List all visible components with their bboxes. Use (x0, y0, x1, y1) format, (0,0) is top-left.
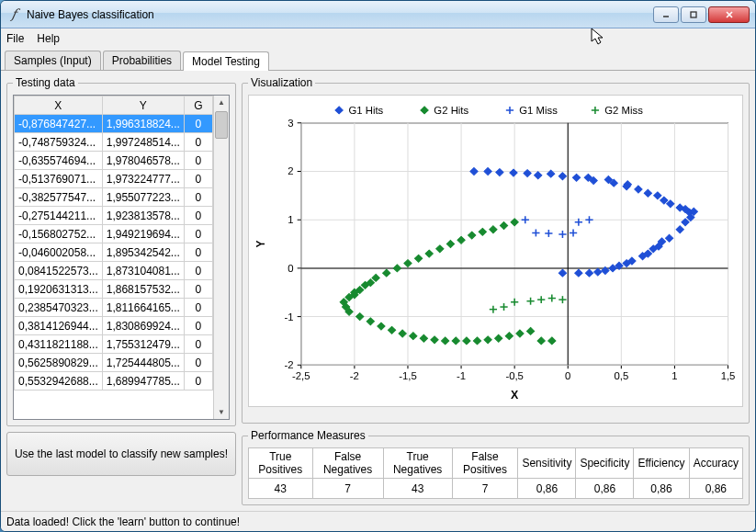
cell-g: 0 (184, 280, 212, 299)
cell-y: 1,978046578... (102, 152, 184, 170)
cell-x: 0,1920631313... (15, 280, 103, 299)
tab-probabilities[interactable]: Probabilities (103, 51, 181, 70)
svg-text:-2: -2 (350, 370, 359, 381)
table-row[interactable]: 0,5532942688...1,689947785...0 (15, 372, 213, 391)
titlebar[interactable]: 𝑓 Naive Bayes classification (1, 1, 755, 28)
svg-rect-1 (691, 12, 696, 17)
cell-g: 0 (184, 170, 212, 188)
cell-g: 0 (184, 225, 212, 243)
cell-g: 0 (184, 335, 212, 354)
perf-header-eff: Efficiency (634, 448, 689, 479)
cell-x: -0,275144211... (15, 207, 103, 225)
visualization-group: Visualization -2,5-2-1,5-1-0,500,511,5-2… (242, 76, 750, 424)
testing-data-legend: Testing data (13, 76, 78, 89)
maximize-button[interactable] (681, 6, 706, 23)
testing-data-table[interactable]: X Y G -0,876847427...1,996318824...0-0,7… (13, 95, 230, 420)
table-row[interactable]: -0,748759324...1,997248514...0 (15, 133, 213, 152)
cell-g: 0 (184, 188, 212, 207)
app-icon: 𝑓 (6, 7, 21, 22)
perf-value-fn: 7 (312, 479, 383, 499)
table-row[interactable]: 0,1920631313...1,868157532...0 (15, 280, 213, 299)
cell-g: 0 (184, 372, 212, 391)
cell-x: 0,5625890829... (15, 354, 103, 372)
perf-header-fn: False Negatives (312, 448, 383, 479)
table-scrollbar[interactable]: ▲ ▼ (213, 96, 229, 419)
col-header-g[interactable]: G (184, 96, 212, 115)
svg-text:0,5: 0,5 (614, 370, 628, 381)
cell-y: 1,755312479... (102, 335, 184, 354)
cell-g: 0 (184, 152, 212, 170)
cell-y: 1,811664165... (102, 299, 184, 317)
table-row[interactable]: -0,382577547...1,955077223...0 (15, 188, 213, 207)
perf-value-acc: 0,86 (689, 479, 742, 499)
svg-text:-2,5: -2,5 (292, 370, 310, 381)
menu-file[interactable]: File (6, 32, 24, 45)
perf-value-spec: 0,86 (576, 479, 634, 499)
tab-model-testing[interactable]: Model Testing (183, 51, 269, 71)
table-row[interactable]: -0,156802752...1,949219694...0 (15, 225, 213, 243)
status-text: Data loaded! Click the 'learn' button to… (6, 515, 240, 528)
cell-y: 1,949219694... (102, 225, 184, 243)
cell-y: 1,996318824... (102, 115, 184, 133)
perf-value-tn: 43 (383, 479, 452, 499)
col-header-x[interactable]: X (15, 96, 103, 115)
visualization-legend: Visualization (248, 76, 315, 89)
svg-text:G1 Miss: G1 Miss (519, 105, 558, 116)
perf-value-fp: 7 (452, 479, 518, 499)
cell-x: -0,156802752... (15, 225, 103, 243)
cell-g: 0 (184, 207, 212, 225)
cell-x: 0,5532942688... (15, 372, 103, 391)
cell-x: 0,4311821188... (15, 335, 103, 354)
classify-button[interactable]: Use the last model to classify new sampl… (6, 432, 236, 476)
cell-y: 1,873104081... (102, 262, 184, 280)
perf-header-acc: Accuracy (689, 448, 742, 479)
cell-y: 1,868157532... (102, 280, 184, 299)
close-button[interactable] (708, 6, 750, 23)
svg-text:G1 Hits: G1 Hits (348, 105, 383, 116)
cell-g: 0 (184, 299, 212, 317)
perf-header-tn: True Negatives (383, 448, 452, 479)
table-row[interactable]: -0,635574694...1,978046578...0 (15, 152, 213, 170)
perf-value-sens: 0,86 (518, 479, 576, 499)
cell-g: 0 (184, 243, 212, 262)
table-row[interactable]: 0,4311821188...1,755312479...0 (15, 335, 213, 354)
svg-text:X: X (511, 389, 518, 402)
window-title: Naive Bayes classification (27, 8, 653, 21)
svg-text:Y: Y (254, 241, 266, 248)
svg-text:1,5: 1,5 (721, 370, 736, 381)
cell-y: 1,923813578... (102, 207, 184, 225)
table-row[interactable]: -0,876847427...1,996318824...0 (15, 115, 213, 133)
perf-header-tp: True Positives (249, 448, 313, 479)
performance-legend: Performance Measures (248, 429, 368, 442)
table-row[interactable]: 0,2385470323...1,811664165...0 (15, 299, 213, 317)
table-row[interactable]: -0,513769071...1,973224777...0 (15, 170, 213, 188)
menubar: File Help (1, 28, 755, 49)
cell-x: -0,513769071... (15, 170, 103, 188)
cell-x: -0,635574694... (15, 152, 103, 170)
table-row[interactable]: 0,5625890829...1,725444805...0 (15, 354, 213, 372)
tab-samples-input[interactable]: Samples (Input) (5, 51, 101, 70)
cell-y: 1,973224777... (102, 170, 184, 188)
status-bar: Data loaded! Click the 'learn' button to… (1, 511, 755, 531)
cell-x: -0,046002058... (15, 243, 103, 262)
cell-g: 0 (184, 317, 212, 335)
table-row[interactable]: -0,275144211...1,923813578...0 (15, 207, 213, 225)
menu-help[interactable]: Help (37, 32, 60, 45)
perf-header-sens: Sensitivity (518, 448, 576, 479)
perf-header-fp: False Positives (452, 448, 518, 479)
testing-data-group: Testing data X Y G -0,876847427...1,9963… (6, 76, 236, 426)
svg-text:G2 Hits: G2 Hits (434, 105, 468, 116)
table-row[interactable]: 0,0841522573...1,873104081...0 (15, 262, 213, 280)
col-header-y[interactable]: Y (102, 96, 184, 115)
perf-header-spec: Specificity (576, 448, 634, 479)
scroll-down-icon[interactable]: ▼ (215, 405, 228, 419)
svg-text:-1,5: -1,5 (399, 370, 417, 381)
table-row[interactable]: 0,3814126944...1,830869924...0 (15, 317, 213, 335)
scroll-up-icon[interactable]: ▲ (215, 96, 228, 109)
svg-text:-2: -2 (284, 359, 293, 370)
svg-marker-54 (335, 107, 343, 114)
cell-y: 1,997248514... (102, 133, 184, 152)
minimize-button[interactable] (653, 6, 679, 23)
table-row[interactable]: -0,046002058...1,895342542...0 (15, 243, 213, 262)
scroll-thumb[interactable] (215, 111, 228, 139)
